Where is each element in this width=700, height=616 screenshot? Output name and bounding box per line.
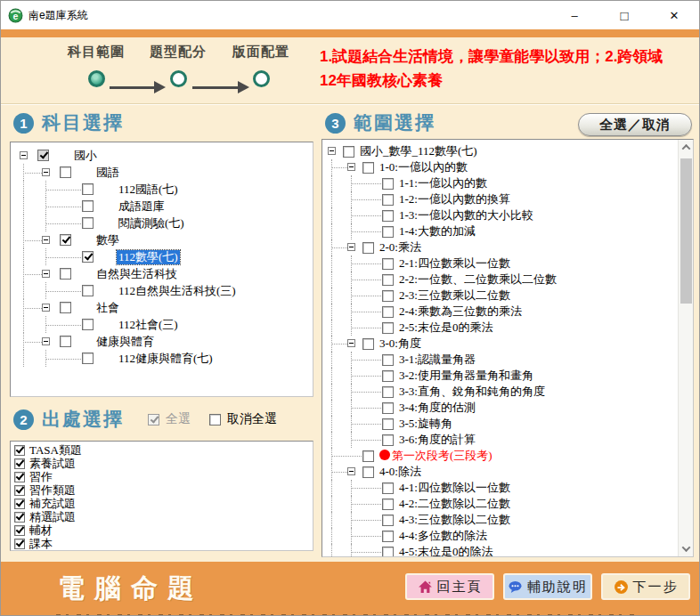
tree-item[interactable]: 2-4:乘數為三位數的乘法 — [328, 304, 693, 320]
tree-item-label[interactable]: 2-5:末位是0的乘法 — [397, 320, 494, 335]
tree-item[interactable]: 1-2:一億以內數的換算 — [328, 191, 693, 207]
tree-item[interactable]: 數學 — [20, 231, 313, 248]
list-item-checkbox[interactable] — [14, 512, 25, 523]
tree-item-label[interactable]: 112健康與體育(七) — [117, 352, 215, 366]
tree-checkbox[interactable] — [362, 162, 374, 174]
tree-checkbox[interactable] — [382, 402, 394, 414]
tree-item[interactable]: 4-1:四位數除以一位數 — [328, 480, 693, 496]
tree-item-label[interactable]: 3-1:認識量角器 — [397, 353, 477, 367]
tree-checkbox[interactable] — [82, 251, 94, 263]
tree-checkbox[interactable] — [60, 302, 71, 313]
tree-item-label[interactable]: 成語題庫 — [117, 199, 167, 214]
tree-item[interactable]: 3-6:角度的計算 — [328, 432, 693, 448]
tree-checkbox[interactable] — [382, 547, 394, 558]
tree-item-label[interactable]: 112國語(七) — [117, 182, 180, 197]
tree-item-label[interactable]: 社會 — [94, 301, 121, 315]
tree-item-label[interactable]: 112自然與生活科技(三) — [117, 284, 238, 298]
tree-checkbox[interactable] — [60, 166, 71, 178]
tree-item[interactable]: 成語題庫 — [20, 198, 313, 215]
tree-item-label[interactable]: 4-2:二位數除以二位數 — [397, 497, 512, 511]
list-item[interactable]: 輔材 — [14, 523, 313, 537]
tree-expander[interactable] — [42, 231, 60, 248]
tree-checkbox[interactable] — [60, 336, 71, 347]
tree-expander[interactable] — [42, 265, 60, 282]
list-item-checkbox[interactable] — [14, 445, 25, 456]
tree-checkbox[interactable] — [60, 268, 71, 280]
tree-item-label[interactable]: 2-1:四位數乘以一位數 — [397, 256, 512, 271]
tree-item-label[interactable]: 1-3:一億以內數的大小比較 — [397, 208, 535, 223]
scrollbar-thumb[interactable] — [680, 158, 692, 304]
tree-item-label[interactable]: 4-1:四位數除以一位數 — [397, 481, 512, 495]
list-item-checkbox[interactable] — [14, 472, 25, 482]
tree-expander[interactable] — [347, 159, 362, 175]
tree-item[interactable]: 1-3:一億以內數的大小比較 — [328, 207, 693, 223]
tree-item[interactable]: 1-4:大數的加減 — [328, 223, 693, 239]
list-item[interactable]: 精選試題 — [14, 510, 313, 523]
tree-item-label[interactable]: 3-5:旋轉角 — [397, 417, 454, 431]
tree-item[interactable]: 2-2:一位數、二位數乘以二位數 — [328, 272, 693, 288]
tree-checkbox[interactable] — [382, 226, 394, 238]
tree-item[interactable]: 112數學(七) — [20, 248, 313, 265]
scroll-up-button[interactable] — [679, 140, 694, 155]
list-item-checkbox[interactable] — [14, 539, 25, 549]
tree-item[interactable]: 國小 — [20, 147, 313, 164]
tree-item-label[interactable]: 1-0:一億以內的數 — [378, 160, 469, 174]
tree-item-label[interactable]: 3-3:直角、銳角和鈍角的角度 — [397, 385, 547, 399]
tree-item-label[interactable]: 4-5:末位是0的除法 — [397, 545, 494, 557]
tree-checkbox[interactable] — [82, 217, 94, 229]
close-button[interactable]: ✕ — [649, 1, 699, 29]
deselect-all-checkbox[interactable] — [209, 414, 221, 426]
tree-item-label[interactable]: 2-0:乘法 — [378, 240, 423, 255]
tree-checkbox[interactable] — [382, 322, 394, 334]
tree-item[interactable]: 3-0:角度 — [328, 336, 693, 352]
tree-expander[interactable] — [20, 147, 37, 164]
tree-item-label[interactable]: 1-4:大數的加減 — [397, 224, 477, 239]
tree-checkbox[interactable] — [82, 200, 94, 212]
tree-checkbox[interactable] — [362, 338, 374, 350]
tree-checkbox[interactable] — [343, 146, 354, 158]
tree-item[interactable]: 1-0:一億以內的數 — [328, 159, 693, 175]
tree-item-label[interactable]: 自然與生活科技 — [94, 267, 179, 281]
tree-item-label[interactable]: 112數學(七) — [117, 250, 180, 264]
tree-checkbox[interactable] — [382, 194, 394, 206]
list-item-checkbox[interactable] — [14, 485, 25, 496]
tree-item[interactable]: 4-3:三位數除以二位數 — [328, 512, 693, 528]
tree-item[interactable]: 社會 — [20, 299, 313, 316]
tree-item-label[interactable]: 健康與體育 — [94, 335, 156, 349]
tree-expander[interactable] — [42, 333, 60, 350]
tree-expander[interactable] — [347, 336, 362, 352]
collapse-minus-icon[interactable] — [328, 147, 336, 155]
tree-item[interactable]: 112社會(三) — [20, 316, 313, 333]
collapse-minus-icon[interactable] — [42, 168, 50, 176]
select-toggle-button[interactable]: 全選／取消 — [578, 113, 692, 136]
tree-item[interactable]: 2-1:四位數乘以一位數 — [328, 255, 693, 272]
tree-item-label[interactable]: 4-0:除法 — [378, 465, 423, 479]
tree-item-label[interactable]: 4-4:多位數的除法 — [397, 529, 489, 543]
tree-item[interactable]: 3-4:角度的估測 — [328, 400, 693, 416]
scroll-down-button[interactable] — [679, 541, 694, 556]
collapse-minus-icon[interactable] — [347, 243, 355, 251]
tree-item-label[interactable]: 112社會(三) — [117, 318, 180, 332]
tree-item[interactable]: 1-1:一億以內的數 — [328, 175, 693, 191]
tree-item-label[interactable]: 1-1:一億以內的數 — [397, 176, 489, 190]
list-item-checkbox[interactable] — [14, 458, 25, 469]
home-button[interactable]: 回主頁 — [405, 573, 494, 600]
tree-item[interactable]: 2-0:乘法 — [328, 239, 693, 255]
tree-item[interactable]: 4-4:多位數的除法 — [328, 528, 693, 544]
tree-checkbox[interactable] — [382, 498, 394, 510]
tree-expander[interactable] — [42, 299, 60, 316]
tree-item-label[interactable]: 3-6:角度的計算 — [397, 433, 477, 447]
tree-checkbox[interactable] — [37, 150, 49, 161]
collapse-minus-icon[interactable] — [42, 270, 50, 278]
collapse-minus-icon[interactable] — [347, 467, 355, 475]
tree-item-label[interactable]: 2-4:乘數為三位數的乘法 — [397, 304, 524, 319]
tree-item-label[interactable]: 3-2:使用量角器量角和畫角 — [397, 369, 535, 383]
tree-checkbox[interactable] — [382, 274, 394, 286]
tree-expander[interactable] — [328, 143, 343, 159]
tree-item[interactable]: 閱讀測驗(七) — [20, 215, 313, 231]
tree-checkbox[interactable] — [382, 515, 394, 526]
collapse-minus-icon[interactable] — [42, 236, 50, 244]
tree-item[interactable]: 3-5:旋轉角 — [328, 416, 693, 432]
tree-item[interactable]: 2-5:末位是0的乘法 — [328, 320, 693, 336]
list-item-checkbox[interactable] — [14, 498, 25, 509]
